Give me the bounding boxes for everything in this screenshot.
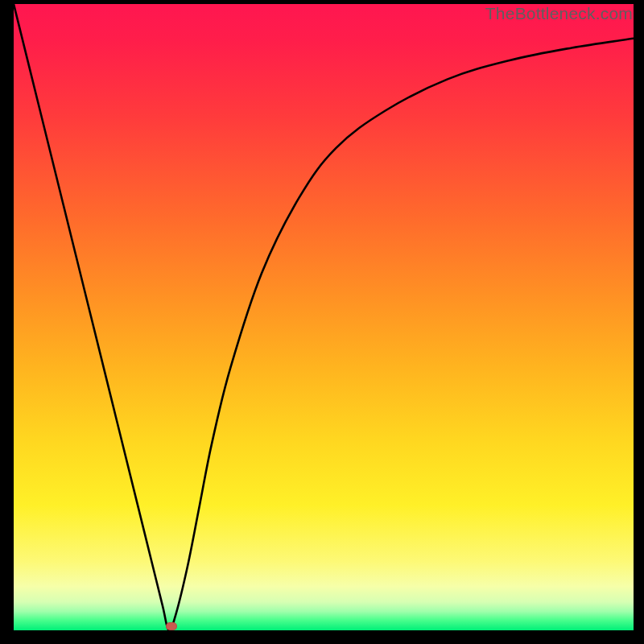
minimum-marker xyxy=(166,622,177,630)
curve-svg xyxy=(14,4,634,630)
watermark-text: TheBottleneck.com xyxy=(485,4,633,23)
plot-area xyxy=(14,4,634,630)
chart-frame: TheBottleneck.com xyxy=(0,0,644,644)
bottleneck-curve xyxy=(14,4,634,630)
